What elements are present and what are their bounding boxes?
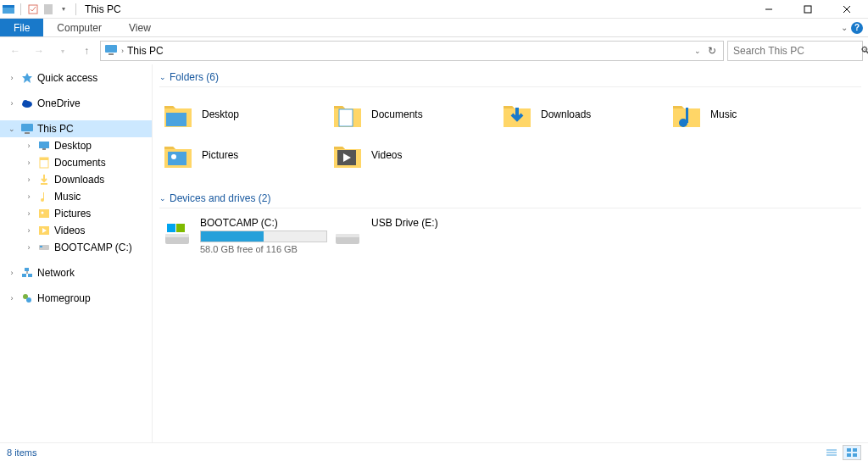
- tree-onedrive[interactable]: › OneDrive: [0, 95, 152, 112]
- chevron-down-icon[interactable]: ⌄: [159, 194, 166, 203]
- tree-this-pc[interactable]: ⌄ This PC: [0, 120, 152, 137]
- chevron-right-icon[interactable]: ›: [24, 243, 34, 252]
- tree-label: This PC: [37, 123, 74, 135]
- chevron-down-icon[interactable]: ⌄: [694, 47, 701, 55]
- search-box[interactable]: 🔍︎: [727, 41, 863, 61]
- folder-item[interactable]: Downloads: [498, 94, 668, 135]
- tree-item[interactable]: ›Pictures: [0, 205, 152, 222]
- this-pc-icon: [104, 44, 118, 58]
- chevron-right-icon[interactable]: ›: [24, 158, 34, 167]
- tab-view[interactable]: View: [115, 19, 164, 36]
- group-label: Folders (6): [170, 71, 219, 83]
- breadcrumb[interactable]: This PC: [127, 45, 164, 57]
- svg-rect-30: [25, 268, 29, 271]
- tab-computer[interactable]: Computer: [43, 19, 115, 36]
- tree-item[interactable]: ›Documents: [0, 154, 152, 171]
- group-drives[interactable]: ⌄ Devices and drives (2): [159, 189, 861, 208]
- search-input[interactable]: [733, 45, 860, 57]
- folder-icon: [37, 139, 51, 153]
- chevron-right-icon[interactable]: ›: [7, 294, 17, 303]
- chevron-right-icon[interactable]: ›: [7, 74, 17, 82]
- folder-item[interactable]: Music: [668, 94, 837, 135]
- chevron-right-icon[interactable]: ›: [7, 269, 17, 277]
- help-icon[interactable]: ?: [851, 22, 863, 34]
- computer-icon: [20, 122, 34, 136]
- folder-item[interactable]: Documents: [329, 94, 498, 135]
- svg-rect-8: [105, 45, 117, 53]
- chevron-right-icon[interactable]: ›: [24, 192, 34, 201]
- maximize-button[interactable]: [788, 0, 827, 19]
- svg-point-39: [171, 154, 176, 159]
- chevron-down-icon[interactable]: ⌄: [159, 73, 166, 81]
- tree-quick-access[interactable]: › Quick access: [0, 69, 152, 86]
- svg-rect-34: [166, 113, 186, 126]
- back-button[interactable]: ←: [5, 41, 25, 61]
- tree-item[interactable]: ›Music: [0, 188, 152, 205]
- qat-dropdown-icon[interactable]: ▾: [57, 3, 70, 16]
- svg-rect-14: [25, 132, 30, 134]
- recent-dropdown[interactable]: ▾: [53, 41, 73, 61]
- folder-label: Pictures: [202, 149, 238, 161]
- chevron-right-icon[interactable]: ›: [7, 99, 17, 108]
- group-folders[interactable]: ⌄ Folders (6): [159, 68, 861, 87]
- folder-grid: DesktopDocumentsDownloadsMusicPicturesVi…: [159, 94, 861, 175]
- tree-network[interactable]: › Network: [0, 264, 152, 281]
- close-button[interactable]: [827, 0, 866, 19]
- chevron-down-icon[interactable]: ⌄: [7, 125, 17, 133]
- expand-ribbon-icon[interactable]: ⌄: [841, 23, 848, 32]
- new-folder-icon[interactable]: [42, 3, 55, 16]
- item-count: 8 items: [7, 447, 36, 458]
- tree-label: BOOTCAMP (C:): [54, 242, 132, 253]
- properties-icon[interactable]: [26, 3, 40, 16]
- svg-rect-9: [108, 53, 114, 55]
- tree-label: OneDrive: [37, 97, 81, 109]
- svg-marker-10: [22, 73, 32, 83]
- svg-rect-37: [686, 108, 688, 123]
- drive-item[interactable]: BOOTCAMP (C:)58.0 GB free of 116 GB: [159, 215, 329, 256]
- forward-button[interactable]: →: [29, 41, 49, 61]
- chevron-right-icon[interactable]: ›: [24, 142, 34, 150]
- drive-name: BOOTCAMP (C:): [200, 217, 327, 229]
- svg-rect-43: [165, 234, 189, 237]
- chevron-right-icon[interactable]: ›: [121, 47, 124, 55]
- tiles-view-button[interactable]: [843, 445, 861, 460]
- drive-capacity-bar: [200, 230, 327, 242]
- navigation-bar: ← → ▾ ↑ › This PC ⌄ ↻ 🔍︎: [0, 37, 868, 64]
- details-view-button[interactable]: [822, 445, 841, 460]
- group-label: Devices and drives (2): [170, 192, 270, 204]
- chevron-right-icon[interactable]: ›: [24, 209, 34, 218]
- tree-item[interactable]: ›Downloads: [0, 171, 152, 188]
- window-title: This PC: [85, 3, 121, 15]
- folder-item[interactable]: Pictures: [159, 135, 329, 175]
- tab-file[interactable]: File: [0, 19, 43, 36]
- folder-icon: [161, 138, 195, 172]
- folder-item[interactable]: Desktop: [159, 94, 329, 135]
- svg-rect-22: [39, 209, 49, 218]
- folder-icon: [37, 156, 51, 169]
- search-icon[interactable]: 🔍︎: [860, 45, 868, 57]
- tree-homegroup[interactable]: › Homegroup: [0, 290, 152, 307]
- tree-label: Pictures: [54, 208, 91, 219]
- tree-item[interactable]: ›BOOTCAMP (C:): [0, 239, 152, 256]
- drive-grid: BOOTCAMP (C:)58.0 GB free of 116 GBUSB D…: [159, 215, 861, 256]
- address-bar[interactable]: › This PC ⌄ ↻: [100, 41, 724, 61]
- tree-label: Documents: [54, 157, 106, 169]
- folder-icon: [331, 138, 364, 172]
- drive-item[interactable]: USB Drive (E:): [329, 215, 498, 256]
- svg-rect-54: [853, 453, 857, 457]
- up-button[interactable]: ↑: [76, 41, 97, 61]
- folder-label: Videos: [371, 149, 402, 161]
- svg-rect-13: [21, 124, 33, 131]
- folder-item[interactable]: Videos: [329, 135, 498, 175]
- refresh-icon[interactable]: ↻: [708, 45, 716, 57]
- svg-rect-47: [336, 234, 359, 237]
- minimize-button[interactable]: [749, 0, 788, 19]
- chevron-right-icon[interactable]: ›: [24, 226, 34, 235]
- tree-label: Downloads: [54, 174, 104, 186]
- chevron-right-icon[interactable]: ›: [24, 175, 34, 184]
- tree-item[interactable]: ›Videos: [0, 222, 152, 239]
- tree-label: Desktop: [54, 140, 92, 152]
- folder-label: Downloads: [541, 108, 591, 120]
- tree-item[interactable]: ›Desktop: [0, 137, 152, 154]
- drive-name: USB Drive (E:): [371, 217, 497, 229]
